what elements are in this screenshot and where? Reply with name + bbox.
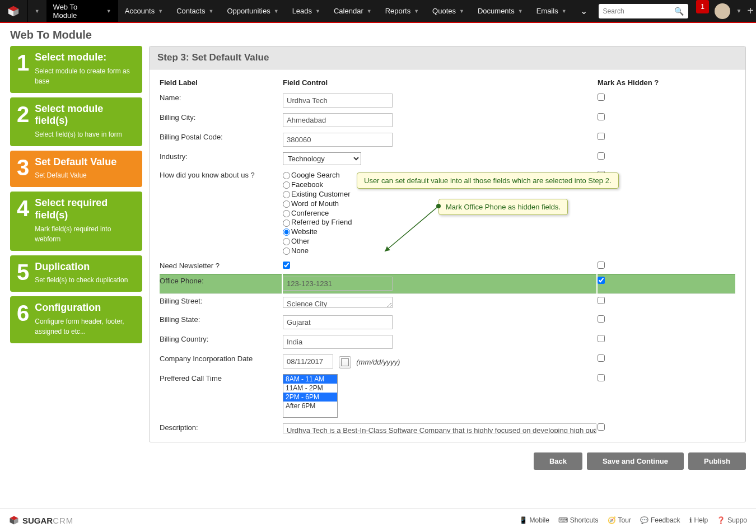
- wizard-step-5[interactable]: 5DuplicationSet field(s) to check duplic…: [10, 255, 142, 292]
- footer-link-feedback[interactable]: 💬 Feedback: [640, 516, 680, 524]
- nav-item-documents[interactable]: Documents ▼: [471, 0, 530, 22]
- notification-badge[interactable]: 1: [696, 0, 710, 13]
- step-number: 5: [17, 261, 29, 286]
- callout-hidden-field: Mark Office Phone as hidden fields.: [438, 199, 568, 215]
- footer-link-icon: 📱: [519, 516, 528, 524]
- quick-create-button[interactable]: +: [745, 0, 756, 22]
- step-title: Configuration: [35, 302, 136, 314]
- footer-link-mobile[interactable]: 📱 Mobile: [519, 516, 549, 524]
- radio-input[interactable]: [283, 220, 290, 227]
- label-billing-state: Billing State:: [160, 313, 282, 332]
- radio-option[interactable]: None: [283, 246, 596, 256]
- nav-item-web-to-module[interactable]: Web To Module ▼: [46, 0, 118, 22]
- multiselect-option[interactable]: 2PM - 6PM: [283, 393, 337, 402]
- wizard-step-2[interactable]: 2Select module field(s)Select field(s) t…: [10, 97, 142, 146]
- footer-link-shortcuts[interactable]: ⌨ Shortcuts: [558, 516, 599, 524]
- top-navbar: ▼ Web To Module ▼Accounts ▼Contacts ▼Opp…: [0, 0, 756, 23]
- row-newsletter: Need Newsletter ?: [160, 259, 735, 273]
- input-office-phone[interactable]: [283, 277, 393, 291]
- hidden-billing-postal[interactable]: [598, 133, 605, 140]
- radio-option[interactable]: Website: [283, 227, 596, 237]
- label-billing-street: Billing Street:: [160, 295, 282, 312]
- row-name: Name:: [160, 91, 735, 110]
- radio-input[interactable]: [283, 200, 290, 208]
- wizard-step-4[interactable]: 4Select required field(s)Mark field(s) r…: [10, 192, 142, 250]
- label-newsletter: Need Newsletter ?: [160, 259, 282, 273]
- callout-default-values: User can set default value into all thos…: [357, 172, 619, 189]
- step-title: Set Default Value: [35, 156, 116, 169]
- multiselect-option[interactable]: 8AM - 11 AM: [283, 375, 337, 384]
- calendar-icon[interactable]: [339, 356, 351, 368]
- nav-logo-caret[interactable]: ▼: [28, 0, 46, 22]
- radio-input[interactable]: [283, 210, 290, 217]
- publish-button[interactable]: Publish: [688, 452, 746, 470]
- chevron-down-icon: ⌄: [580, 6, 587, 16]
- hidden-newsletter[interactable]: [598, 262, 605, 269]
- nav-item-opportunities[interactable]: Opportunities ▼: [220, 0, 285, 22]
- label-know-about: How did you know about us ?: [160, 169, 282, 258]
- input-incorp-date[interactable]: [283, 354, 333, 368]
- date-format-hint: (mm/dd/yyyy): [356, 358, 400, 366]
- radio-option[interactable]: Referred by Friend: [283, 218, 596, 227]
- nav-item-contacts[interactable]: Contacts ▼: [170, 0, 220, 22]
- multiselect-option[interactable]: After 6PM: [283, 402, 337, 410]
- multiselect-option[interactable]: 11AM - 2PM: [283, 384, 337, 393]
- input-billing-city[interactable]: [283, 113, 393, 127]
- wizard-step-6[interactable]: 6ConfigurationConfigure form header, foo…: [10, 296, 142, 343]
- caret-down-icon: ▼: [35, 8, 40, 14]
- hidden-billing-street[interactable]: [598, 297, 605, 304]
- input-name[interactable]: [283, 94, 393, 108]
- textarea-description[interactable]: Urdhva Tech is a Best-In-Class Software …: [283, 423, 596, 433]
- hidden-industry[interactable]: [598, 152, 605, 160]
- back-button[interactable]: Back: [534, 452, 582, 470]
- row-industry: Industry: Technology: [160, 150, 735, 167]
- footer-link-suppo[interactable]: ❓ Suppo: [717, 516, 747, 524]
- radio-input[interactable]: [283, 228, 290, 236]
- nav-item-accounts[interactable]: Accounts ▼: [118, 0, 170, 22]
- radio-option[interactable]: Existing Customer: [283, 190, 596, 199]
- hidden-description[interactable]: [598, 423, 605, 431]
- hidden-billing-state[interactable]: [598, 315, 605, 323]
- header-mark-hidden: Mark As Hidden ?: [598, 78, 735, 90]
- input-billing-state[interactable]: [283, 315, 393, 329]
- hidden-billing-country[interactable]: [598, 335, 605, 342]
- check-newsletter[interactable]: [283, 262, 290, 269]
- nav-item-calendar[interactable]: Calendar ▼: [327, 0, 379, 22]
- nav-item-emails[interactable]: Emails ▼: [530, 0, 573, 22]
- save-continue-button[interactable]: Save and Continue: [587, 452, 684, 470]
- textarea-billing-street[interactable]: Science City: [283, 297, 393, 308]
- hidden-name[interactable]: [598, 94, 605, 101]
- hidden-call-time[interactable]: [598, 374, 605, 381]
- hidden-office-phone[interactable]: [598, 277, 605, 284]
- radio-input[interactable]: [283, 191, 290, 198]
- wizard-step-3[interactable]: 3Set Default ValueSet Default Value: [10, 151, 142, 188]
- caret-down-icon: ▼: [459, 8, 464, 14]
- multiselect-call-time[interactable]: 8AM - 11 AM11AM - 2PM2PM - 6PMAfter 6PM: [283, 374, 338, 418]
- nav-item-leads[interactable]: Leads ▼: [286, 0, 327, 22]
- input-billing-country[interactable]: [283, 335, 393, 349]
- footer-link-help[interactable]: ℹ Help: [689, 516, 708, 524]
- hidden-billing-city[interactable]: [598, 113, 605, 120]
- step-desc: Configure form header, footer, assigned …: [35, 316, 136, 337]
- input-billing-postal[interactable]: [283, 133, 393, 147]
- footer-brand[interactable]: SUGARCRM: [9, 515, 73, 525]
- footer-link-tour[interactable]: 🧭 Tour: [608, 516, 631, 524]
- hidden-incorp-date[interactable]: [598, 354, 605, 362]
- wizard-step-1[interactable]: 1Select module:Select module to create f…: [10, 46, 142, 93]
- radio-input[interactable]: [283, 248, 290, 255]
- nav-item-reports[interactable]: Reports ▼: [379, 0, 426, 22]
- radio-input[interactable]: [283, 181, 290, 189]
- radio-input[interactable]: [283, 238, 290, 245]
- nav-item-quotes[interactable]: Quotes ▼: [426, 0, 471, 22]
- nav-more[interactable]: ⌄: [573, 0, 594, 22]
- radio-option[interactable]: Other: [283, 237, 596, 246]
- app-logo[interactable]: [0, 0, 28, 22]
- user-menu-caret[interactable]: ▼: [732, 8, 745, 14]
- user-avatar[interactable]: [715, 3, 730, 19]
- search-icon[interactable]: 🔍: [674, 7, 684, 16]
- radio-input[interactable]: [283, 172, 290, 179]
- row-billing-city: Billing City:: [160, 111, 735, 129]
- search-input[interactable]: [603, 7, 674, 15]
- search-box[interactable]: 🔍: [599, 4, 688, 18]
- select-industry[interactable]: Technology: [283, 152, 361, 165]
